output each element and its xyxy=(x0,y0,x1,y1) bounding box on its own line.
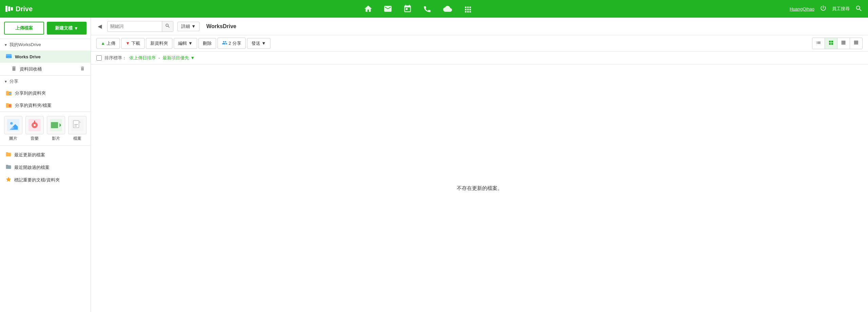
employee-search-label[interactable]: 員工搜尋 xyxy=(832,6,850,12)
upload-button[interactable]: 上傳檔案 xyxy=(4,22,44,35)
media-item-file[interactable]: 檔案 xyxy=(68,116,87,141)
media-item-image[interactable]: 圖片 xyxy=(4,116,23,141)
main-layout: 上傳檔案 新建文檔 ▼ ▼ 我的WorksDrive Works Drive 資… xyxy=(0,18,868,312)
dropdown-arrow-icon: ▼ xyxy=(74,26,78,31)
download-arrow-icon: ▼ xyxy=(126,41,130,46)
nav-grid-icon[interactable] xyxy=(464,4,472,13)
new-folder-button[interactable]: 新資料夾 xyxy=(146,38,172,49)
star-icon xyxy=(5,176,12,183)
global-search-icon[interactable] xyxy=(855,5,863,13)
sidebar-item-recent-update[interactable]: 最近更新的檔案 xyxy=(0,149,91,161)
download-tool-button[interactable]: ▼ 下載 xyxy=(121,38,145,49)
sidebar-bottom: 最近更新的檔案 最近開啟過的檔案 標記重要的文檔/資料夾 xyxy=(0,146,91,189)
view-grid-button[interactable] xyxy=(825,38,837,49)
trash-icon xyxy=(11,65,17,73)
svg-rect-19 xyxy=(74,126,77,126)
search-submit-button[interactable] xyxy=(162,21,173,32)
content-main: 不存在更新的檔案。 xyxy=(91,64,868,312)
content-header: ◀ 詳細 ▼ WorksDrive xyxy=(91,18,868,35)
top-navigation: Drive HuangQihao 員工搜尋 xyxy=(0,0,868,18)
edit-dropdown-icon: ▼ xyxy=(188,41,193,46)
search-input[interactable] xyxy=(108,24,162,29)
svg-point-2 xyxy=(8,58,9,59)
view-grid2-button[interactable] xyxy=(837,38,850,49)
media-item-music[interactable]: 音樂 xyxy=(25,116,44,141)
sidebar-item-starred[interactable]: 標記重要的文檔/資料夾 xyxy=(0,174,91,186)
nav-center-icons xyxy=(46,4,790,13)
send-button[interactable]: 發送 ▼ xyxy=(247,38,270,49)
content-toolbar: ▲ 上傳 ▼ 下載 新資料夾 編輯 ▼ 刪除 2 分享 xyxy=(91,35,868,52)
content-area: ◀ 詳細 ▼ WorksDrive ▲ 上傳 ▼ 下載 xyxy=(91,18,868,312)
sidebar-item-shared-to-folder[interactable]: 分享到的資料夾 xyxy=(0,87,91,99)
svg-point-9 xyxy=(34,124,36,126)
delete-button[interactable]: 刪除 xyxy=(199,38,216,49)
share-collapse-icon: ▼ xyxy=(4,80,7,83)
new-doc-button[interactable]: 新建文檔 ▼ xyxy=(47,22,87,35)
nav-calendar-icon[interactable] xyxy=(403,4,412,13)
empty-message: 不存在更新的檔案。 xyxy=(457,185,503,192)
media-type-grid: 圖片 音樂 影片 檔案 xyxy=(0,112,91,146)
svg-rect-18 xyxy=(74,124,78,125)
upload-tool-button[interactable]: ▲ 上傳 xyxy=(96,38,120,49)
collapse-arrow-icon: ▼ xyxy=(4,43,7,47)
svg-point-6 xyxy=(10,122,13,125)
share-people-icon xyxy=(222,40,227,46)
trash-delete-icon[interactable] xyxy=(80,66,85,72)
user-name[interactable]: HuangQihao xyxy=(790,6,814,12)
works-drive-icon xyxy=(5,53,12,60)
sidebar-item-recent-open[interactable]: 最近開啟過的檔案 xyxy=(0,161,91,174)
send-dropdown-icon: ▼ xyxy=(262,41,266,46)
shared-folder-icon xyxy=(5,102,12,109)
logo-icon xyxy=(5,6,13,12)
nav-phone-icon[interactable] xyxy=(423,4,432,13)
select-all-checkbox[interactable] xyxy=(96,55,102,61)
edit-button[interactable]: 編輯 ▼ xyxy=(174,38,197,49)
sidebar-item-works-drive[interactable]: Works Drive xyxy=(0,51,91,63)
nav-cloud-icon[interactable] xyxy=(442,4,453,13)
sort-dropdown-icon: ▼ xyxy=(190,55,195,60)
detail-button[interactable]: 詳細 ▼ xyxy=(177,22,200,31)
sidebar-collapse-button[interactable]: ◀ xyxy=(96,22,103,31)
sidebar-item-trash[interactable]: 資料回收桶 xyxy=(0,63,91,75)
view-list-button[interactable] xyxy=(812,38,825,49)
nav-mail-icon[interactable] xyxy=(383,4,392,13)
detail-dropdown-icon: ▼ xyxy=(191,24,196,29)
sidebar-toolbar: 上傳檔案 新建文檔 ▼ xyxy=(0,18,91,39)
share-tool-button[interactable]: 2 分享 xyxy=(218,38,246,49)
sidebar-item-shared-folder[interactable]: 分享的資料夾/檔案 xyxy=(0,99,91,112)
breadcrumb-title: WorksDrive xyxy=(206,23,237,30)
recent-open-icon xyxy=(5,164,12,171)
media-item-video[interactable]: 影片 xyxy=(47,116,65,141)
search-box xyxy=(107,21,173,32)
sort-newest-first-link[interactable]: 最新項目優先 ▼ xyxy=(163,55,195,61)
svg-rect-12 xyxy=(51,122,58,128)
view-options xyxy=(812,38,863,49)
view-detail-button[interactable] xyxy=(850,38,862,49)
sort-by-upload-link[interactable]: 依上傳日排序 xyxy=(129,55,156,61)
svg-rect-10 xyxy=(34,121,35,124)
my-works-drive-header[interactable]: ▼ 我的WorksDrive xyxy=(0,39,91,51)
top-nav-right: HuangQihao 員工搜尋 xyxy=(790,5,863,13)
upload-arrow-icon: ▲ xyxy=(101,41,105,46)
logo-text: Drive xyxy=(16,5,33,13)
app-logo: Drive xyxy=(5,5,46,13)
power-icon[interactable] xyxy=(820,5,827,13)
sidebar: 上傳檔案 新建文檔 ▼ ▼ 我的WorksDrive Works Drive 資… xyxy=(0,18,91,312)
recent-update-icon xyxy=(5,151,12,158)
shared-to-folder-icon xyxy=(5,90,12,97)
share-section-header[interactable]: ▼ 分享 xyxy=(0,76,91,87)
nav-home-icon[interactable] xyxy=(364,4,373,13)
sort-row: 排序標準： 依上傳日排序 - 最新項目優先 ▼ xyxy=(91,52,868,64)
